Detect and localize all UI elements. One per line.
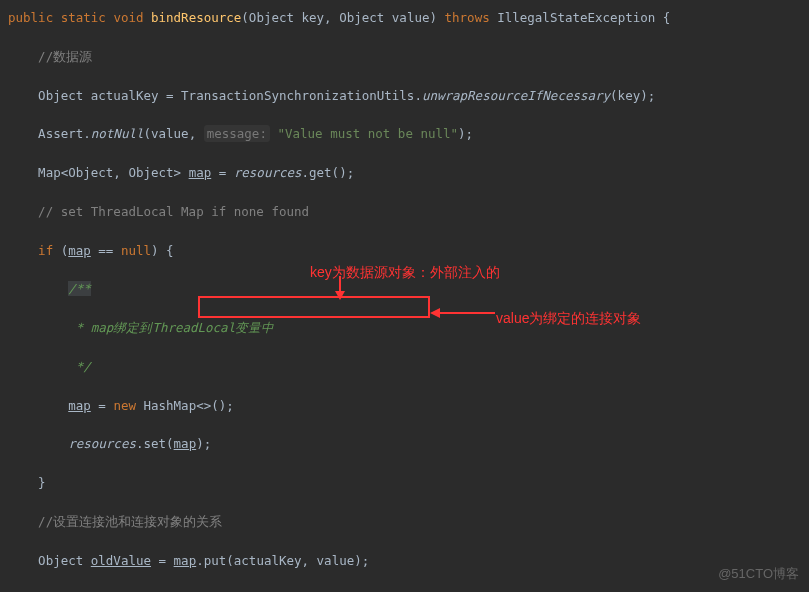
kw-throws: throws [445, 10, 498, 25]
arrow-right-icon [430, 305, 500, 321]
var-map: map [68, 243, 91, 258]
txt: .get(); [302, 165, 355, 180]
comment: // set ThreadLocal Map if none found [38, 204, 309, 219]
comment: //设置连接池和连接对象的关系 [38, 514, 222, 529]
highlight-box [198, 296, 430, 318]
static-call: unwrapResourceIfNecessary [422, 88, 610, 103]
txt: .set( [136, 436, 174, 451]
txt: (key); [610, 88, 655, 103]
txt: = [211, 165, 234, 180]
kw-new: new [113, 398, 143, 413]
kw-public: public [8, 10, 61, 25]
sig: (Object key, Object value) [241, 10, 444, 25]
txt: ); [196, 436, 211, 451]
annotation-value: value为绑定的连接对象 [496, 308, 641, 330]
string: "Value must not be null" [270, 126, 458, 141]
kw-static: static [61, 10, 114, 25]
txt: .put(actualKey, value); [196, 553, 369, 568]
txt: (value, [143, 126, 203, 141]
doc-comment: */ [68, 359, 91, 374]
kw-if: if [38, 243, 61, 258]
txt: = [91, 398, 114, 413]
txt: Map<Object, Object> [38, 165, 189, 180]
var-map: map [174, 436, 197, 451]
exc: IllegalStateException { [497, 10, 670, 25]
svg-marker-3 [430, 308, 440, 318]
doc-comment: * map绑定到ThreadLocal变量中 [68, 320, 274, 335]
txt: Assert. [38, 126, 91, 141]
txt: Object actualKey = TransactionSynchroniz… [38, 88, 422, 103]
brace: } [38, 475, 46, 490]
svg-marker-1 [335, 291, 345, 300]
var-map: map [174, 553, 197, 568]
txt: == [91, 243, 121, 258]
txt: = [151, 553, 174, 568]
kw-void: void [113, 10, 151, 25]
param-hint: message: [204, 125, 270, 142]
kw-null: null [121, 243, 151, 258]
annotation-key: key为数据源对象：外部注入的 [310, 262, 500, 284]
txt: Object [38, 553, 91, 568]
txt: ); [458, 126, 473, 141]
var-oldvalue: oldValue [91, 553, 151, 568]
static-call: notNull [91, 126, 144, 141]
txt: HashMap<>(); [143, 398, 233, 413]
method-name: bindResource [151, 10, 241, 25]
var-map: map [68, 398, 91, 413]
doc-comment: /** [68, 281, 91, 296]
watermark: @51CTO博客 [718, 564, 799, 584]
var-map: map [189, 165, 212, 180]
comment: //数据源 [38, 49, 92, 64]
var-resources: resources [234, 165, 302, 180]
var-resources: resources [68, 436, 136, 451]
txt: ) { [151, 243, 174, 258]
